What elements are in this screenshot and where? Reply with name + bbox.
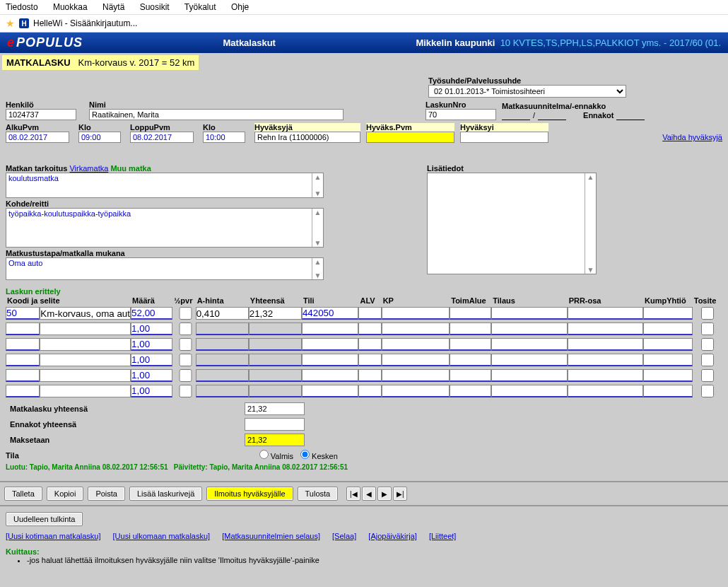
nimi-input[interactable] — [89, 109, 344, 120]
klo1-input[interactable] — [78, 132, 121, 143]
menu-muokkaa[interactable]: Muokkaa — [53, 2, 88, 12]
klo2-label: Klo — [203, 123, 249, 132]
matkasuunn-field1[interactable] — [502, 110, 530, 120]
lisaa-button[interactable]: Lisää laskurivejä — [129, 487, 202, 501]
alkupvm-input[interactable] — [6, 132, 69, 143]
link-matkasuunn[interactable]: [Matkasuunnitelmien selaus] — [222, 532, 320, 540]
total-matkalasku-label: Matkalasku yhteensä — [7, 402, 240, 416]
total-maksetaan-value — [245, 434, 305, 446]
header-org: Mikkelin kaupunki 10 KVTES,TS,PPH,LS,PAL… — [416, 37, 721, 48]
app-header: ePOPULUS Matkalaskut Mikkelin kaupunki 1… — [0, 33, 728, 53]
cell-tosite[interactable] — [694, 307, 721, 320]
table-row — [6, 383, 720, 399]
cell-tilaus[interactable] — [491, 307, 567, 320]
erittely-title: Laskun erittely — [6, 287, 722, 296]
audit-paiv: Päivitetty: Tapio, Marita Anniina 08.02.… — [174, 463, 348, 471]
talleta-button[interactable]: Talleta — [4, 487, 42, 501]
hyvakspvm-label: Hyväks.Pvm — [366, 123, 454, 132]
cell-tili[interactable] — [302, 307, 359, 320]
kohde-textarea[interactable]: työpaikka-koulutuspaikka-työpaikka — [6, 209, 312, 247]
subheader: MATKALASKU Km-korvaus v. 2017 = 52 km — [0, 53, 728, 72]
virkamatka-link[interactable]: Virkamatka — [69, 164, 108, 173]
link-uusi-ulkomaan[interactable]: [Uusi ulkomaan matkalasku] — [113, 532, 211, 540]
uudelleen-button[interactable]: Uudelleen tulkinta — [6, 512, 83, 526]
menu-tiedosto[interactable]: Tiedosto — [6, 2, 38, 12]
audit-luotu: Luotu: Tapio, Marita Anniina 08.02.2017 … — [6, 463, 168, 471]
hyvakspvm-input — [366, 132, 454, 143]
tila-valmis[interactable]: Valmis — [259, 450, 293, 460]
total-matkalasku-value — [245, 402, 305, 415]
hyvaksyi-label: Hyväksyi — [460, 123, 548, 132]
bookmark-bar: ★ H HelleWi - Sisäänkirjautum... — [0, 15, 728, 33]
cell-selite[interactable] — [40, 307, 131, 320]
nimi-label: Nimi — [89, 100, 344, 109]
total-ennakot-label: Ennakot yhteensä — [7, 417, 240, 431]
link-uusi-kotimaan[interactable]: [Uusi kotimaan matkalasku] — [6, 532, 101, 540]
cell-kump[interactable] — [643, 307, 693, 320]
scroll-arrows[interactable]: ▲▼ — [312, 258, 323, 279]
nav-first-button[interactable]: |◀ — [346, 487, 360, 501]
lisatiedot-textarea[interactable] — [428, 173, 585, 274]
henkilo-input[interactable] — [6, 109, 76, 120]
scroll-arrows[interactable]: ▲▼ — [312, 173, 323, 197]
tarkoitus-textarea[interactable]: koulutusmatka — [6, 173, 312, 197]
nav-next-button[interactable]: ▶ — [377, 487, 392, 501]
laskunro-input[interactable] — [425, 109, 496, 120]
cell-alv[interactable] — [358, 307, 381, 320]
cell-kp[interactable] — [382, 307, 450, 320]
vaihda-hyvaksyja-link[interactable]: Vaihda hyväksyjä — [662, 133, 722, 141]
button-bar: Talleta Kopioi Poista Lisää laskurivejä … — [0, 481, 728, 506]
kopioi-button[interactable]: Kopioi — [47, 487, 84, 501]
menu-suosikit[interactable]: Suosikit — [140, 2, 170, 12]
table-row — [6, 337, 720, 352]
cell-ahinta[interactable] — [196, 307, 249, 320]
scroll-arrows[interactable]: ▲▼ — [585, 173, 596, 274]
tila-label: Tila — [6, 451, 19, 460]
scroll-arrows[interactable]: ▲▼ — [312, 209, 323, 247]
menu-tyokalut[interactable]: Työkalut — [184, 2, 216, 12]
cell-halfday[interactable] — [174, 307, 197, 320]
cell-koodi[interactable] — [6, 307, 40, 320]
hyvaksyi-input — [460, 132, 548, 143]
alkupvm-label: AlkuPvm — [6, 123, 73, 132]
page-title: Matkalaskut — [83, 37, 416, 48]
table-row — [6, 352, 720, 368]
matkustustapa-textarea[interactable]: Oma auto — [6, 258, 312, 279]
link-liitteet[interactable]: [Liitteet] — [429, 532, 457, 540]
kohde-label: Kohde/reitti — [6, 199, 324, 208]
muumatka-label[interactable]: Muu matka — [110, 164, 151, 173]
loppupvm-input[interactable] — [130, 132, 194, 143]
ilmoitus-button[interactable]: Ilmoitus hyväksyjälle — [206, 487, 293, 501]
henkilo-label: Henkilö — [6, 100, 83, 109]
cell-maara[interactable] — [131, 307, 172, 320]
klo1-label: Klo — [78, 123, 124, 132]
kuittaus-text: -jos haluat lähettää ilmoituksen hyväksy… — [27, 556, 722, 564]
browser-menubar: Tiedosto Muokkaa Näytä Suosikit Työkalut… — [0, 0, 728, 15]
matkasuunn-field2[interactable] — [538, 110, 566, 120]
link-selaa[interactable]: [Selaa] — [332, 532, 356, 540]
tila-kesken[interactable]: Kesken — [300, 450, 338, 460]
loppupvm-label: LoppuPvm — [130, 123, 197, 132]
menu-ohje[interactable]: Ohje — [231, 2, 249, 12]
star-icon[interactable]: ★ — [6, 18, 15, 29]
cell-toimalue[interactable] — [450, 307, 491, 320]
laskunro-label: LaskunNro — [425, 100, 496, 109]
kuittaus-title: Kuittaus: — [6, 547, 722, 556]
context-link[interactable]: 10 KVTES,TS,PPH,LS,PALKKIOT yms. - 2017/… — [500, 37, 721, 48]
tulosta-button[interactable]: Tulosta — [298, 487, 339, 501]
nav-prev-button[interactable]: ◀ — [362, 487, 376, 501]
lisatiedot-label: Lisätiedot — [427, 164, 597, 173]
table-row — [6, 306, 720, 321]
tyosuhde-select[interactable]: 02 01.01.2013-* Toimistosihteeri — [428, 85, 626, 98]
total-ennakot-value — [245, 418, 305, 431]
bookmark-label[interactable]: HelleWi - Sisäänkirjautum... — [33, 18, 137, 28]
menu-nayta[interactable]: Näytä — [102, 2, 124, 12]
tarkoitus-label: Matkan tarkoitus — [6, 164, 67, 173]
poista-button[interactable]: Poista — [88, 487, 125, 501]
table-row — [6, 321, 720, 337]
nav-last-button[interactable]: ▶| — [393, 487, 407, 501]
link-ajopaiv[interactable]: [Ajopäiväkirja] — [368, 532, 416, 540]
klo2-input[interactable] — [203, 132, 245, 143]
cell-prr[interactable] — [568, 307, 643, 320]
ennakot-label: Ennakot — [583, 111, 613, 120]
